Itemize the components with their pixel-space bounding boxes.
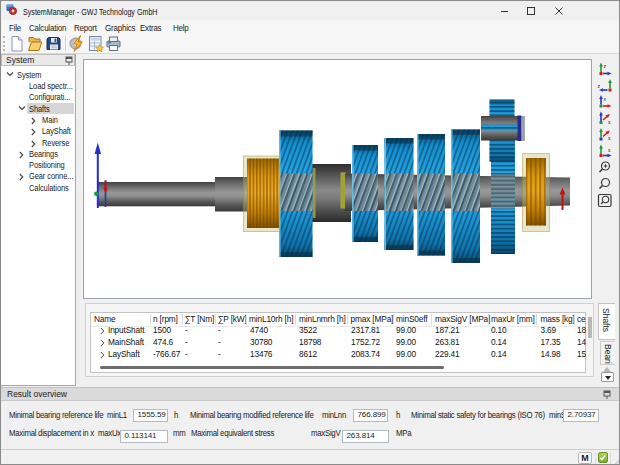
- svg-text:x: x: [608, 147, 611, 153]
- svg-text:x: x: [608, 135, 611, 141]
- svg-text:x: x: [608, 119, 611, 125]
- svg-text:x: x: [604, 96, 607, 102]
- svg-text:z: z: [598, 83, 601, 89]
- svg-text:z: z: [604, 63, 607, 69]
